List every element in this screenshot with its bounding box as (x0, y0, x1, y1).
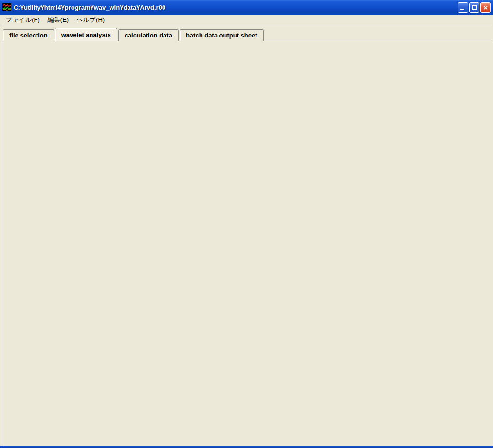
tab-wavelet-analysis[interactable]: wavelet analysis (55, 28, 117, 41)
wavelet-analysis-page (2, 40, 491, 446)
app-window: C:¥utility¥html4¥program¥wav_win¥data¥Ar… (0, 0, 493, 448)
tab-file-selection[interactable]: file selection (3, 29, 54, 41)
close-button[interactable]: × (480, 2, 491, 13)
minimize-button[interactable] (458, 2, 468, 13)
tab-calculation-data[interactable]: calculation data (118, 29, 179, 41)
titlebar[interactable]: C:¥utility¥html4¥program¥wav_win¥data¥Ar… (0, 0, 493, 15)
menu-help[interactable]: ヘルプ(H) (73, 15, 109, 25)
menu-bar: ファイル(F) 編集(E) ヘルプ(H) (2, 15, 491, 25)
menu-edit[interactable]: 編集(E) (44, 15, 73, 25)
maximize-button[interactable] (469, 2, 479, 13)
app-icon (2, 3, 11, 11)
window-title: C:¥utility¥html4¥program¥wav_win¥data¥Ar… (14, 4, 458, 11)
tab-batch-data-output-sheet[interactable]: batch data output sheet (180, 29, 264, 41)
tab-strip: file selection wavelet analysis calculat… (3, 27, 265, 40)
menu-file[interactable]: ファイル(F) (2, 15, 44, 25)
window-frame-bottom (0, 446, 493, 448)
